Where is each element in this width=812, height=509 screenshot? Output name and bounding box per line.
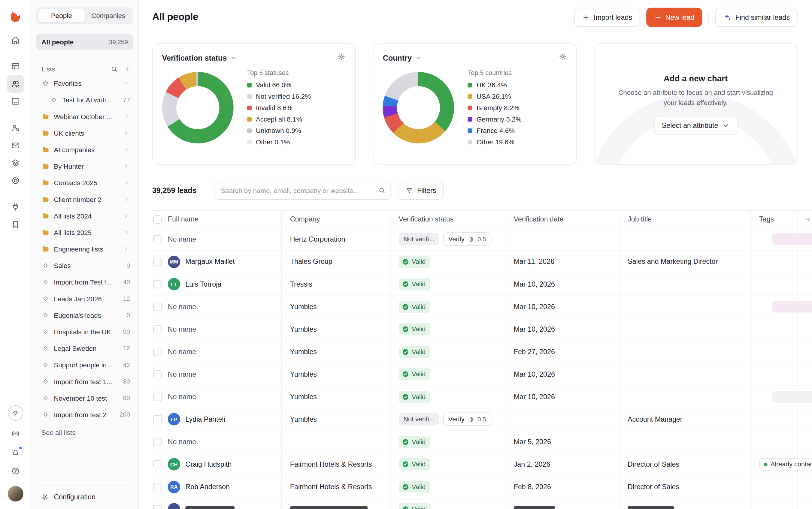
tab-companies[interactable]: Companies	[85, 9, 132, 23]
table-row[interactable]: CHCraig HudspithFairmont Hotels & Resort…	[152, 453, 812, 476]
sidebar-list-item[interactable]: Hospitals in the UK90	[36, 324, 133, 340]
table-row[interactable]: Valid	[152, 499, 812, 509]
sidebar-list-item[interactable]: Import from test 1...80	[36, 373, 133, 389]
find-similar-leads-button[interactable]: Find similar leads	[715, 7, 797, 27]
verify-button[interactable]: Verify0.5	[443, 413, 491, 426]
chart-settings-button[interactable]	[337, 52, 346, 63]
sidebar-list-item[interactable]: Eugenia's leads0	[36, 307, 133, 324]
select-attribute-dropdown[interactable]: Select an attribute	[654, 116, 737, 135]
import-leads-button[interactable]: Import leads	[575, 7, 640, 27]
sidebar-list-item[interactable]: Import from Test f...40	[36, 274, 133, 290]
sidebar-folder[interactable]: Client number 2	[36, 191, 133, 207]
sidebar-folder[interactable]: Engineering lists	[36, 241, 133, 257]
rail-broadcast-button[interactable]	[7, 425, 24, 443]
column-header-tags[interactable]: Tags	[750, 211, 798, 228]
sidebar-item-all-people[interactable]: All people 39,259	[36, 34, 133, 50]
sidebar-folder[interactable]: All lists 2024	[36, 208, 133, 224]
chart-attribute-dropdown[interactable]: Verification status	[162, 54, 237, 62]
sidebar-list-item[interactable]: Leads Jan 202612	[36, 290, 133, 307]
table-row[interactable]: LPLydia PanteliYumblesNot verifi...Verif…	[152, 408, 812, 431]
sidebar-folder[interactable]: Webinar October ...	[36, 108, 133, 125]
add-column-button[interactable]	[801, 212, 812, 226]
rail-notifications-button[interactable]	[7, 444, 24, 461]
configuration-button[interactable]: Configuration	[36, 485, 133, 509]
table-row[interactable]: No nameYumblesValidMar 10, 2026	[152, 318, 812, 341]
rail-stacks-button[interactable]	[7, 154, 24, 172]
row-checkbox[interactable]	[153, 505, 162, 509]
search-input[interactable]	[214, 181, 391, 199]
row-checkbox[interactable]	[153, 370, 162, 378]
row-checkbox[interactable]	[153, 258, 162, 266]
search-lists-icon[interactable]	[110, 65, 118, 73]
sidebar-list-item[interactable]: Import from test 2260	[36, 406, 133, 423]
row-checkbox[interactable]	[153, 393, 162, 401]
rail-people-button[interactable]	[7, 75, 24, 93]
table-row[interactable]: No nameYumblesValidFeb 27, 2026	[152, 341, 812, 364]
app-logo-icon[interactable]	[8, 10, 22, 24]
lead-name[interactable]: Craig Hudspith	[185, 461, 231, 468]
new-lead-button[interactable]: New lead	[646, 7, 703, 27]
tag-badge[interactable]	[772, 391, 812, 403]
select-all-checkbox[interactable]	[153, 215, 162, 224]
tab-people[interactable]: People	[38, 9, 85, 23]
rail-integrations-button[interactable]	[7, 198, 24, 216]
table-row[interactable]: No nameYumblesValidMar 10, 2026	[152, 364, 812, 386]
verify-button[interactable]: Verify0.5	[443, 233, 491, 246]
filters-button[interactable]: Filters	[398, 181, 444, 199]
rail-help-button[interactable]	[7, 462, 24, 480]
column-header-verification-status[interactable]: Verification status	[390, 211, 505, 228]
sidebar-list-item-favorite[interactable]: Test for AI writi... 77	[36, 92, 133, 108]
lead-name[interactable]: Rob Anderson	[185, 483, 230, 491]
search-icon[interactable]	[378, 187, 386, 195]
row-checkbox[interactable]	[153, 347, 162, 356]
user-avatar[interactable]	[7, 486, 23, 502]
sidebar-list-item[interactable]: Legal Sweden12	[36, 340, 133, 357]
row-checkbox[interactable]	[153, 325, 162, 333]
row-checkbox[interactable]	[153, 461, 162, 469]
see-all-lists-button[interactable]: See all lists	[36, 425, 133, 440]
rail-lists-button[interactable]	[7, 57, 24, 75]
row-checkbox[interactable]	[153, 438, 162, 446]
rail-saved-button[interactable]	[7, 216, 24, 234]
chart-attribute-dropdown[interactable]: Country	[383, 54, 422, 62]
rail-attachments-button[interactable]	[7, 405, 23, 421]
sidebar-folder[interactable]: By Hunter	[36, 158, 133, 174]
sidebar-list-item[interactable]: November 10 test80	[36, 390, 133, 406]
table-row[interactable]: No nameValidMar 5, 2026	[152, 431, 812, 453]
column-header-verification-date[interactable]: Verification date	[505, 211, 619, 228]
table-row[interactable]: No nameYumblesValidMar 10, 2026	[152, 296, 812, 318]
row-checkbox[interactable]	[153, 483, 162, 491]
table-row[interactable]: MMMargaux MailletThales GroupValidMar 11…	[152, 251, 812, 273]
row-checkbox[interactable]	[153, 235, 162, 243]
add-list-icon[interactable]	[123, 65, 131, 73]
sidebar-item-favorites[interactable]: Favorites	[36, 75, 133, 92]
table-row[interactable]: LTLuis TorrojaTressisValidMar 10, 2026	[152, 273, 812, 296]
sidebar-folder[interactable]: UK clients	[36, 125, 133, 141]
rail-inbox-button[interactable]	[7, 93, 24, 110]
sidebar-list-item[interactable]: Sales0	[36, 257, 133, 274]
rail-campaigns-button[interactable]	[7, 137, 24, 154]
column-header-full-name[interactable]: Full name	[168, 211, 281, 228]
sidebar-folder[interactable]: All lists 2025	[36, 224, 133, 241]
tag-badge[interactable]: Already contacted	[759, 458, 812, 471]
rail-tasks-button[interactable]	[7, 172, 24, 190]
tag-badge[interactable]	[772, 301, 812, 312]
tag-badge[interactable]	[772, 234, 812, 245]
row-checkbox[interactable]	[153, 415, 162, 423]
sidebar-list-item[interactable]: Support people in ...42	[36, 357, 133, 373]
column-header-job-title[interactable]: Job title	[619, 211, 750, 228]
table-row[interactable]: RARob AndersonFairmont Hotels & ResortsV…	[152, 476, 812, 499]
lead-name[interactable]: Lydia Panteli	[185, 415, 225, 423]
table-row[interactable]: No nameHertz CorporationNot verifi...Ver…	[152, 228, 812, 251]
sidebar-folder[interactable]: AI companies	[36, 141, 133, 158]
column-header-company[interactable]: Company	[281, 211, 390, 228]
lead-name[interactable]: Margaux Maillet	[185, 258, 234, 266]
rail-home-button[interactable]	[7, 31, 24, 48]
row-checkbox[interactable]	[153, 303, 162, 311]
lead-name[interactable]: Luis Torroja	[185, 280, 221, 288]
sidebar-folder[interactable]: Contacts 2025	[36, 174, 133, 191]
chart-settings-button[interactable]	[558, 52, 567, 63]
table-row[interactable]: No nameYumblesValidMar 10, 2026	[152, 386, 812, 408]
row-checkbox[interactable]	[153, 280, 162, 289]
rail-prospecting-button[interactable]	[7, 119, 24, 137]
